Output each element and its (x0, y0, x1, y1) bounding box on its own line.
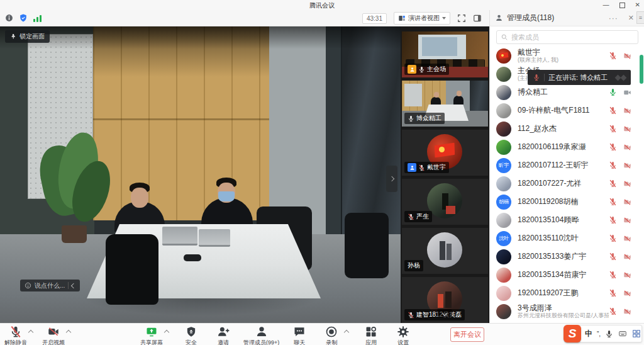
camera-off-icon[interactable] (623, 125, 632, 133)
member-row[interactable]: 112_赵永杰 (490, 120, 644, 138)
more-options-icon[interactable]: ··· (609, 14, 618, 23)
camera-off-icon[interactable] (623, 180, 632, 188)
camera-off-icon[interactable] (623, 52, 632, 60)
toolbar-invite-button[interactable]: 邀请 (211, 325, 235, 345)
camera-off-icon[interactable] (623, 198, 632, 206)
speaking-toast: 正在讲话: 博众精工 (528, 70, 631, 85)
thumbnail-label: 戴世宇 (404, 162, 449, 173)
collapse-left-icon[interactable] (71, 283, 76, 288)
mic-muted-icon[interactable] (609, 198, 617, 206)
camera-off-icon[interactable] (623, 107, 632, 115)
toolbar-share-screen-button[interactable]: 共享屏幕 (140, 325, 164, 345)
quick-chat-pill[interactable]: 说点什么... (20, 280, 80, 291)
camera-off-icon[interactable] (623, 235, 632, 242)
sogou-ime-icon[interactable]: S (564, 325, 581, 342)
chevron-up-icon[interactable] (28, 330, 33, 335)
scroll-down-icon[interactable] (437, 309, 452, 317)
mic-muted-icon[interactable] (609, 289, 617, 297)
toolbar-cam-off-button[interactable]: 开启视频 (42, 325, 65, 345)
member-row[interactable]: 3号成雨泽苏州元澄科技股份有限公司是/人事招聘主管 (490, 302, 644, 320)
camera-off-icon[interactable] (623, 290, 632, 297)
member-row[interactable]: 09-许梓航-电气F1811 (490, 101, 644, 120)
camera-off-icon[interactable] (623, 253, 632, 261)
minimize-button[interactable]: — (603, 1, 609, 9)
member-name: 18200135134苗康宁 (518, 271, 609, 279)
shield-check-icon[interactable] (19, 13, 28, 23)
video-thumbnail-5[interactable]: 孙杨 (402, 228, 488, 274)
member-row[interactable]: 18200135104顾晔 (490, 211, 644, 229)
thumbnail-strip: 主会场 博众精工 戴世宇 严生孙杨 建智1812侯英磊 (401, 26, 489, 323)
member-row[interactable]: 18200107227-尤祥 (490, 174, 644, 193)
mic-muted-icon[interactable] (609, 161, 617, 169)
view-mode-button[interactable]: 演讲者视图 (394, 12, 450, 25)
member-row[interactable]: 19200119207王鹏 (490, 284, 644, 302)
member-row[interactable]: 博众精工 (490, 83, 644, 101)
video-thumbnail-3[interactable]: 戴世宇 (402, 130, 488, 176)
mic-muted-icon[interactable] (609, 125, 617, 133)
leave-meeting-button[interactable]: 离开会议 (450, 327, 484, 342)
member-row[interactable]: 18200135134苗康宁 (490, 266, 644, 284)
camera-off-icon[interactable] (623, 271, 632, 279)
camera-on-icon[interactable] (623, 89, 632, 96)
member-row[interactable]: 沈叶 18200135110沈叶 (490, 229, 644, 247)
mic-muted-icon[interactable] (609, 234, 617, 242)
camera-off-icon[interactable] (623, 162, 632, 169)
member-row[interactable]: 18200135133姜广宇 (490, 247, 644, 266)
info-icon[interactable] (5, 14, 13, 22)
ime-mic-icon[interactable] (605, 330, 613, 338)
panel-menu-handle[interactable]: ≡ (636, 11, 644, 24)
member-name: 18200107112-王昕宇 (518, 161, 609, 169)
video-thumbnail-1[interactable]: 主会场 (402, 31, 488, 77)
mic-muted-icon[interactable] (609, 179, 617, 188)
mic-active-icon[interactable] (609, 88, 617, 96)
toolbar-chat-button[interactable]: 聊天 (287, 325, 311, 345)
ime-keyboard-icon[interactable] (618, 330, 628, 337)
toolbar-apps-button[interactable]: 应用 (359, 325, 383, 345)
panel-scrollbar[interactable] (640, 55, 643, 84)
member-info: 18200107112-王昕宇 (518, 161, 609, 169)
member-row[interactable]: 昕宇 18200107112-王昕宇 (490, 156, 644, 174)
window-title: 腾讯会议 (0, 1, 644, 10)
maximize-button[interactable] (619, 3, 625, 8)
mic-muted-icon[interactable] (609, 271, 617, 279)
member-avatar (496, 176, 511, 191)
member-row[interactable]: 胡楠 18200119208胡楠 (490, 193, 644, 211)
video-region: 锁定画面 说点什么... 主会场 博众精工 戴世宇 严生孙杨 建智181 (0, 26, 489, 323)
camera-off-icon[interactable] (623, 144, 632, 151)
toolbar-settings-button[interactable]: 设置 (391, 325, 415, 345)
mic-muted-icon[interactable] (609, 52, 617, 60)
mic-muted-icon[interactable] (609, 106, 617, 115)
member-info: 18200107227-尤祥 (518, 179, 609, 188)
member-row[interactable]: 戴世宇(联席主持人, 我) (490, 47, 644, 65)
thumbnail-collapse-handle[interactable] (386, 166, 397, 192)
toolbar-mic-off-button[interactable]: 解除静音 (4, 325, 28, 345)
video-thumbnail-4[interactable]: 严生 (402, 179, 488, 225)
toolbar-security-shield-button[interactable]: 安全 (179, 325, 203, 345)
camera-off-icon[interactable] (623, 217, 632, 224)
lock-view-tooltip[interactable]: 锁定画面 (5, 30, 50, 43)
mic-muted-icon[interactable] (609, 252, 617, 261)
camera-off-icon[interactable] (623, 308, 632, 315)
fullscreen-icon[interactable] (457, 14, 466, 23)
ime-punctuation-toggle[interactable]: ”, (597, 331, 601, 337)
meeting-timer: 43:31 (362, 13, 387, 24)
search-input[interactable] (511, 33, 634, 41)
toolbar-record-button[interactable]: 录制 (319, 325, 343, 345)
chevron-up-icon[interactable] (164, 330, 169, 335)
close-button[interactable]: ✕ (635, 1, 640, 9)
mic-muted-icon[interactable] (609, 216, 617, 224)
ime-language-toggle[interactable]: 中 (585, 329, 592, 339)
thumbnail-label: 主会场 (404, 64, 449, 75)
member-row[interactable]: 18200106119承家灏 (490, 138, 644, 156)
toolbar-members-button[interactable]: 管理成员(99+) (243, 325, 279, 345)
cam-off-icon (47, 325, 60, 338)
smiley-icon[interactable] (25, 282, 31, 289)
panel-close-icon[interactable]: ✕ (628, 14, 634, 22)
ime-toolbox-icon[interactable] (632, 329, 641, 338)
mic-muted-icon[interactable] (609, 143, 617, 151)
side-panel-icon[interactable] (473, 14, 482, 23)
video-thumbnail-2[interactable]: 博众精工 (402, 81, 488, 127)
chevron-up-icon[interactable] (344, 330, 349, 335)
chevron-up-icon[interactable] (66, 330, 71, 335)
mic-muted-icon[interactable] (609, 307, 617, 315)
